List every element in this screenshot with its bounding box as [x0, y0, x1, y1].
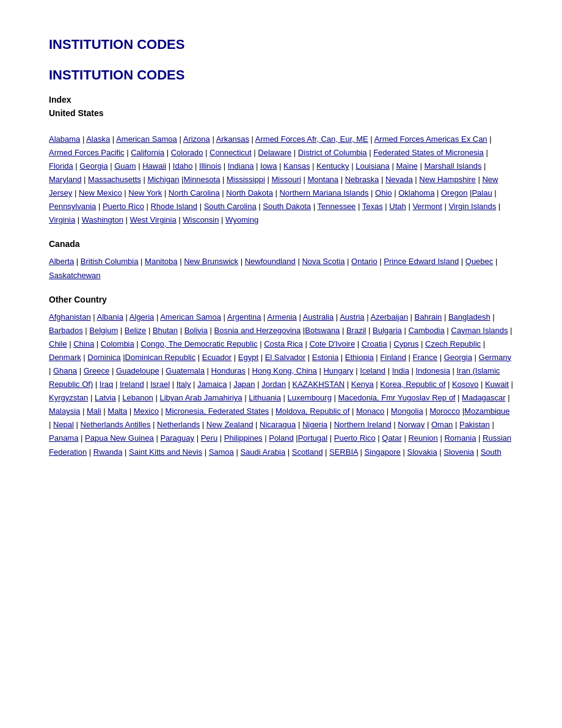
link-nova-scotia[interactable]: Nova Scotia — [302, 257, 345, 266]
link-wisconsin[interactable]: Wisconsin — [183, 215, 219, 224]
link-mississippi[interactable]: Mississippi — [227, 175, 265, 184]
link-south[interactable]: South — [481, 447, 502, 457]
link-slovakia[interactable]: Slovakia — [407, 447, 437, 457]
link-armed-forces-americas[interactable]: Armed Forces Americas Ex Can — [374, 134, 487, 144]
link-finland[interactable]: Finland — [380, 353, 406, 362]
link-monaco[interactable]: Monaco — [356, 406, 384, 416]
link-pennsylvania[interactable]: Pennsylvania — [49, 202, 96, 211]
link-federated-states[interactable]: Federated States of Micronesia — [373, 148, 484, 157]
link-florida[interactable]: Florida — [49, 161, 73, 171]
link-guam[interactable]: Guam — [114, 161, 136, 171]
link-virgin-islands[interactable]: Virgin Islands — [448, 202, 496, 211]
link-papua-new-guinea[interactable]: Papua New Guinea — [85, 433, 154, 443]
link-kuwait[interactable]: Kuwait — [485, 380, 509, 389]
link-puerto-rico-oc[interactable]: Puerto Rico — [334, 433, 376, 443]
link-egypt[interactable]: Egypt — [238, 353, 258, 362]
link-washington[interactable]: Washington — [82, 215, 123, 224]
link-argentina[interactable]: Argentina — [227, 312, 261, 322]
link-marshall-islands[interactable]: Marshall Islands — [424, 161, 481, 171]
link-czech-republic[interactable]: Czech Republic — [425, 339, 481, 348]
link-bosnia[interactable]: Bosnia and Herzegovina — [214, 326, 301, 335]
link-brazil[interactable]: Brazil — [346, 326, 367, 335]
link-afghanistan[interactable]: Afghanistan — [49, 312, 91, 322]
link-moldova[interactable]: Moldova, Republic of — [276, 406, 349, 416]
link-mozambique[interactable]: Mozambique — [464, 406, 509, 416]
link-dominica[interactable]: Dominica — [87, 353, 120, 362]
link-malaysia[interactable]: Malaysia — [49, 406, 80, 416]
link-kazakhstan[interactable]: KAZAKHSTAN — [293, 380, 345, 389]
link-belize[interactable]: Belize — [125, 326, 146, 335]
link-el-salvador[interactable]: El Salvador — [265, 353, 305, 362]
link-madagascar[interactable]: Madagascar — [462, 393, 506, 402]
link-qatar[interactable]: Qatar — [382, 433, 402, 443]
link-manitoba[interactable]: Manitoba — [145, 257, 177, 266]
link-germany[interactable]: Germany — [479, 353, 511, 362]
link-paraguay[interactable]: Paraguay — [160, 433, 194, 443]
link-rwanda[interactable]: Rwanda — [93, 447, 123, 457]
link-mali[interactable]: Mali — [87, 406, 101, 416]
link-new-york[interactable]: New York — [128, 188, 162, 197]
link-west-virginia[interactable]: West Virginia — [130, 215, 177, 224]
link-saudi-arabia[interactable]: Saudi Arabia — [240, 447, 285, 457]
link-norway[interactable]: Norway — [398, 420, 425, 429]
link-bolivia[interactable]: Bolivia — [184, 326, 208, 335]
link-tennessee[interactable]: Tennessee — [317, 202, 356, 211]
link-peru[interactable]: Peru — [201, 433, 217, 443]
link-dominican-republic[interactable]: Dominican Republic — [125, 353, 196, 362]
link-nepal[interactable]: Nepal — [53, 420, 74, 429]
link-china[interactable]: China — [73, 339, 94, 348]
link-france[interactable]: France — [413, 353, 437, 362]
link-denmark[interactable]: Denmark — [49, 353, 81, 362]
link-oklahoma[interactable]: Oklahoma — [398, 188, 434, 197]
link-austria[interactable]: Austria — [340, 312, 364, 322]
link-ghana[interactable]: Ghana — [53, 366, 77, 375]
link-italy[interactable]: Italy — [177, 380, 191, 389]
link-virginia[interactable]: Virginia — [49, 215, 75, 224]
link-mongolia[interactable]: Mongolia — [391, 406, 423, 416]
link-american-samoa-oc[interactable]: American Samoa — [160, 312, 221, 322]
link-new-mexico[interactable]: New Mexico — [79, 188, 122, 197]
link-panama[interactable]: Panama — [49, 433, 78, 443]
link-armed-forces-pacific[interactable]: Armed Forces Pacific — [49, 148, 125, 157]
link-maine[interactable]: Maine — [396, 161, 417, 171]
link-serbia[interactable]: SERBIA — [329, 447, 358, 457]
link-south-carolina[interactable]: South Carolina — [204, 202, 257, 211]
link-bahrain[interactable]: Bahrain — [415, 312, 442, 322]
link-lebanon[interactable]: Lebanon — [122, 393, 153, 402]
link-british-columbia[interactable]: British Columbia — [81, 257, 139, 266]
link-kentucky[interactable]: Kentucky — [316, 161, 349, 171]
link-new-brunswick[interactable]: New Brunswick — [184, 257, 238, 266]
link-australia[interactable]: Australia — [303, 312, 334, 322]
link-netherlands[interactable]: Netherlands — [157, 420, 200, 429]
link-belgium[interactable]: Belgium — [89, 326, 118, 335]
link-maryland[interactable]: Maryland — [49, 175, 81, 184]
link-cambodia[interactable]: Cambodia — [408, 326, 444, 335]
link-vermont[interactable]: Vermont — [412, 202, 442, 211]
link-prince-edward-island[interactable]: Prince Edward Island — [384, 257, 459, 266]
link-cyprus[interactable]: Cyprus — [393, 339, 418, 348]
link-wyoming[interactable]: Wyoming — [225, 215, 258, 224]
link-alberta[interactable]: Alberta — [49, 257, 74, 266]
link-estonia[interactable]: Estonia — [312, 353, 338, 362]
link-arkansas[interactable]: Arkansas — [216, 134, 249, 144]
link-kenya[interactable]: Kenya — [351, 380, 374, 389]
link-botswana[interactable]: Botswana — [305, 326, 340, 335]
link-honduras[interactable]: Honduras — [211, 366, 246, 375]
link-hong-kong[interactable]: Hong Kong, China — [252, 366, 317, 375]
link-latvia[interactable]: Latvia — [95, 393, 116, 402]
link-israel[interactable]: Israel — [150, 380, 170, 389]
link-scotland[interactable]: Scotland — [292, 447, 323, 457]
link-oregon[interactable]: Oregon — [441, 188, 467, 197]
link-chile[interactable]: Chile — [49, 339, 67, 348]
link-portugal[interactable]: Portugal — [298, 433, 327, 443]
link-ohio[interactable]: Ohio — [375, 188, 392, 197]
link-iowa[interactable]: Iowa — [260, 161, 277, 171]
link-india[interactable]: India — [392, 366, 409, 375]
link-barbados[interactable]: Barbados — [49, 326, 83, 335]
link-guatemala[interactable]: Guatemala — [166, 366, 205, 375]
link-idaho[interactable]: Idaho — [173, 161, 193, 171]
link-north-carolina[interactable]: North Carolina — [169, 188, 220, 197]
link-romania[interactable]: Romania — [444, 433, 476, 443]
link-cote-divoire[interactable]: Cote D'Ivoire — [309, 339, 355, 348]
link-congo[interactable]: Congo, The Democratic Republic — [140, 339, 257, 348]
